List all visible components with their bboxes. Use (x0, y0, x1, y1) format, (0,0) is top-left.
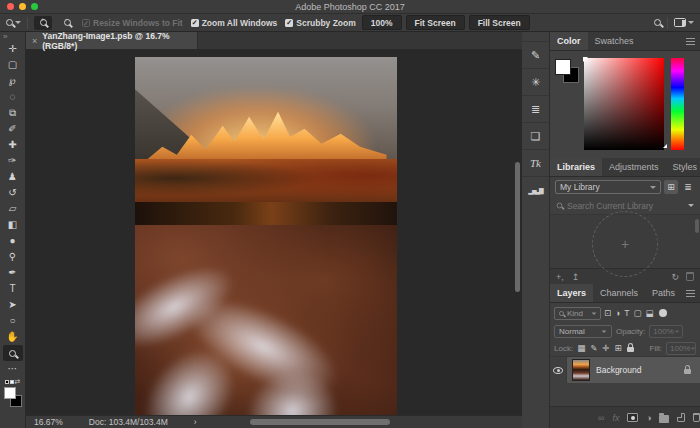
filter-type-icon[interactable]: T (624, 308, 629, 318)
color-swatches-control[interactable] (3, 387, 23, 407)
tab-libraries[interactable]: Libraries (550, 158, 602, 176)
checkbox-zoom-all-windows[interactable]: ✓Zoom All Windows (191, 18, 278, 28)
new-layer-icon[interactable] (677, 413, 685, 422)
path-selection-tool-icon[interactable]: ➤ (3, 297, 23, 313)
adjustment-layer-icon[interactable]: ◑ (646, 413, 651, 423)
link-layers-icon[interactable]: ∞ (598, 413, 604, 423)
lock-pixels-icon[interactable]: ✎ (590, 343, 597, 353)
brush-settings-panel-icon[interactable]: ✎ (522, 41, 549, 68)
filter-kind-select[interactable]: Kind (554, 307, 601, 320)
new-library-item-button[interactable]: +, (556, 272, 564, 282)
layer-filtering-toggle[interactable] (659, 309, 667, 317)
actions-panel-icon[interactable]: ≣ (522, 95, 549, 122)
move-tool-icon[interactable]: ✛ (3, 41, 23, 57)
type-tool-icon[interactable]: T (3, 281, 23, 297)
tools-collapse-icon[interactable]: » (0, 32, 7, 41)
filter-image-icon[interactable]: ⊡ (604, 308, 611, 318)
horizontal-scrollbar[interactable] (250, 419, 390, 425)
gradient-tool-icon[interactable]: ◧ (3, 217, 23, 233)
eraser-tool-icon[interactable]: ▱ (3, 201, 23, 217)
filter-smart-object-icon[interactable]: ⬓ (646, 308, 654, 318)
add-layer-mask-icon[interactable] (627, 413, 638, 422)
fill-field[interactable]: 100% (666, 342, 696, 355)
clone-stamp-tool-icon[interactable]: ♟ (3, 169, 23, 185)
blend-mode-select[interactable]: Normal (554, 325, 612, 338)
search-icon[interactable] (654, 19, 661, 26)
edit-toolbar-icon[interactable]: ⋯ (3, 361, 23, 377)
panel-color-swatches[interactable] (555, 59, 581, 85)
hand-tool-icon[interactable]: ✋ (3, 329, 23, 345)
foreground-chip[interactable] (555, 59, 571, 75)
layer-style-fx-icon[interactable]: fx (612, 413, 619, 423)
histogram-panel-icon[interactable]: ▂▅▃▇ (522, 176, 549, 203)
tab-adjustments[interactable]: Adjustments (602, 158, 666, 176)
tab-color[interactable]: Color (550, 32, 588, 50)
eyedropper-tool-icon[interactable]: ✐ (3, 121, 23, 137)
dodge-tool-icon[interactable]: ⚲ (3, 249, 23, 265)
healing-brush-tool-icon[interactable]: ✚ (3, 137, 23, 153)
opacity-field[interactable]: 100% (649, 325, 683, 338)
default-colors-icon[interactable]: ⇄ (5, 378, 21, 386)
zoom-tool-icon[interactable] (3, 345, 23, 361)
document-tab[interactable]: × YanZhang-Image1.psb @ 16.7% (RGB/8*) (26, 32, 198, 49)
trash-icon[interactable] (686, 272, 694, 281)
fill-screen-button[interactable]: Fill Screen (469, 15, 530, 30)
canvas-area[interactable] (26, 50, 522, 415)
shape-tool-icon[interactable]: ○ (3, 313, 23, 329)
close-tab-icon[interactable]: × (32, 36, 37, 46)
fit-screen-button[interactable]: Fit Screen (406, 15, 465, 30)
sync-icon[interactable]: ↻ (671, 272, 679, 282)
library-drop-zone[interactable]: + (592, 211, 658, 277)
filter-adjustment-icon[interactable]: ◑ (615, 308, 620, 318)
upload-icon[interactable]: ↥ (572, 272, 580, 282)
layer-thumbnail[interactable] (572, 359, 590, 381)
zoom-out-button[interactable]: − (58, 16, 76, 30)
tk-panel-icon[interactable]: Tk (522, 149, 549, 176)
tab-layers[interactable]: Layers (550, 284, 593, 302)
status-doc-size: Doc: 103.4M/103.4M (89, 417, 168, 427)
lock-artboard-icon[interactable]: ⊞ (614, 343, 621, 353)
foreground-color-swatch[interactable] (4, 387, 16, 399)
tab-channels[interactable]: Channels (593, 284, 645, 302)
panel-menu-icon[interactable] (686, 38, 695, 45)
canvas-image[interactable] (135, 57, 397, 415)
lock-transparency-icon[interactable]: ▦ (577, 343, 585, 353)
checkbox-label: Zoom All Windows (202, 18, 278, 28)
checkbox-scrubby-zoom[interactable]: ✓Scrubby Zoom (285, 18, 356, 28)
panel-menu-icon[interactable] (686, 290, 695, 297)
delete-layer-icon[interactable] (693, 413, 700, 422)
workspace-switcher[interactable] (674, 18, 694, 27)
pen-tool-icon[interactable]: ✒ (3, 265, 23, 281)
list-view-button[interactable]: ≣ (681, 180, 695, 194)
zoom-in-button[interactable]: + (34, 16, 52, 30)
blur-tool-icon[interactable]: ● (3, 233, 23, 249)
status-zoom-level[interactable]: 16.67% (34, 417, 63, 427)
zoom-tool-preset[interactable] (6, 18, 21, 27)
library-scrollbar[interactable] (695, 219, 699, 233)
filter-shape-icon[interactable]: ▢ (633, 308, 641, 318)
saturation-square[interactable] (584, 58, 664, 150)
layer-row-background[interactable]: Background (550, 357, 700, 383)
grid-view-button[interactable]: ⊞ (664, 180, 678, 194)
tab-swatches[interactable]: Swatches (588, 32, 641, 50)
lock-all-icon[interactable] (627, 347, 634, 352)
lock-position-icon[interactable]: ✛ (602, 343, 609, 353)
100%-button[interactable]: 100% (362, 15, 402, 30)
hue-strip[interactable] (671, 58, 684, 150)
lasso-tool-icon[interactable]: ℘ (3, 73, 23, 89)
filter-star-panel-icon[interactable]: ✳ (522, 68, 549, 95)
crop-tool-icon[interactable]: ⧉ (3, 105, 23, 121)
new-group-icon[interactable] (659, 415, 668, 423)
library-select[interactable]: My Library (555, 180, 661, 194)
selection-panel-icon[interactable]: ❏ (522, 122, 549, 149)
visibility-eye-icon[interactable] (553, 367, 563, 374)
swap-colors-icon[interactable]: ⇄ (15, 378, 21, 386)
quick-selection-tool-icon[interactable]: ◌ (3, 89, 23, 105)
brush-tool-icon[interactable]: ✑ (3, 153, 23, 169)
tab-paths[interactable]: Paths (645, 284, 682, 302)
vertical-scrollbar[interactable] (515, 162, 520, 292)
history-brush-tool-icon[interactable]: ↺ (3, 185, 23, 201)
status-chevron-icon[interactable]: › (194, 417, 197, 427)
tab-styles[interactable]: Styles (666, 158, 700, 176)
marquee-tool-icon[interactable]: ▢ (3, 57, 23, 73)
